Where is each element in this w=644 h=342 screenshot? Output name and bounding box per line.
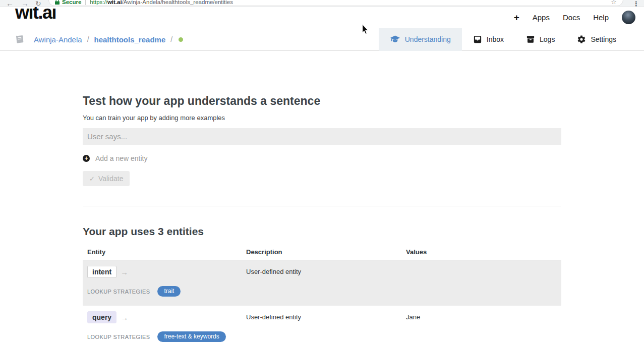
entities-heading: Your app uses 3 entities xyxy=(83,225,561,238)
tab-settings[interactable]: Settings xyxy=(566,28,627,51)
entity-chip[interactable]: query xyxy=(87,311,116,323)
graduation-cap-icon xyxy=(390,35,400,43)
add-entity-label: Add a new entity xyxy=(95,154,148,162)
tab-understanding[interactable]: Understanding xyxy=(379,28,462,51)
add-entity-control[interactable]: + Add a new entity xyxy=(83,154,561,162)
tab-bar: Understanding Inbox Logs Settings xyxy=(379,28,627,51)
breadcrumb: Awinja-Andela / healthtools_readme / xyxy=(15,28,183,51)
entity-chip[interactable]: intent xyxy=(87,266,116,278)
strategy-badge: trait xyxy=(157,286,181,297)
tab-label: Logs xyxy=(540,35,555,43)
user-avatar[interactable] xyxy=(622,11,635,24)
lookup-strategies: LOOKUP STRATEGIES free-text & keywords xyxy=(87,331,226,342)
tab-label: Inbox xyxy=(487,35,504,43)
browser-url-bar[interactable]: Secure https://wit.ai/Awinja-Andela/heal… xyxy=(48,0,623,6)
breadcrumb-separator: / xyxy=(87,35,89,43)
nav-docs[interactable]: Docs xyxy=(563,13,580,22)
header-nav: + Apps Docs Help xyxy=(514,7,635,28)
entity-chip-line: query → xyxy=(87,311,128,323)
browser-reload-icon[interactable]: ↻ xyxy=(35,0,41,7)
user-says-input[interactable] xyxy=(83,128,561,145)
section-divider xyxy=(83,206,561,206)
inbox-icon xyxy=(473,35,482,44)
browser-forward-icon[interactable]: → xyxy=(21,0,29,7)
url-text: https://wit.ai/Awinja-Andela/healthtools… xyxy=(90,0,233,5)
gear-icon xyxy=(577,35,586,44)
entity-row-query: query → User-defined entity Jane LOOKUP … xyxy=(83,306,561,342)
entity-chip-line: intent → xyxy=(87,266,128,278)
breadcrumb-separator: / xyxy=(170,35,172,43)
entity-description: User-defined entity xyxy=(246,268,301,275)
browser-menu-icon[interactable]: ⋮ xyxy=(633,1,639,7)
entity-row-intent: intent → User-defined entity LOOKUP STRA… xyxy=(83,260,561,306)
lookup-strategies-label: LOOKUP STRATEGIES xyxy=(87,334,150,340)
app-book-icon xyxy=(15,34,25,45)
breadcrumb-owner-link[interactable]: Awinja-Andela xyxy=(34,35,82,44)
arrow-right-icon: → xyxy=(121,268,128,276)
site-header: wit.ai + Apps Docs Help xyxy=(0,7,644,28)
column-header-entity: Entity xyxy=(87,248,105,256)
validate-button[interactable]: ✓ Validate xyxy=(83,171,130,186)
logs-archive-icon xyxy=(526,35,535,44)
url-domain: wit.ai xyxy=(107,0,122,5)
strategy-badge: free-text & keywords xyxy=(157,331,225,342)
breadcrumb-app-link[interactable]: healthtools_readme xyxy=(94,35,166,44)
secure-label: Secure xyxy=(62,0,81,5)
bookmark-star-icon[interactable]: ☆ xyxy=(611,0,617,5)
entity-values: Jane xyxy=(406,313,420,321)
app-status-dot xyxy=(179,37,183,42)
lookup-strategies: LOOKUP STRATEGIES trait xyxy=(87,286,181,297)
column-header-values: Values xyxy=(406,248,427,256)
breadcrumb-bar: Awinja-Andela / healthtools_readme / Und… xyxy=(0,28,644,51)
url-divider xyxy=(85,0,86,5)
new-app-plus-icon[interactable]: + xyxy=(514,13,519,22)
check-icon: ✓ xyxy=(89,175,95,183)
tab-label: Settings xyxy=(591,35,616,43)
nav-apps[interactable]: Apps xyxy=(533,13,550,22)
page-title: Test how your app understands a sentence xyxy=(83,95,561,107)
entities-table-header: Entity Description Values xyxy=(83,247,561,260)
url-path: /Awinja-Andela/healthtools_readme/entiti… xyxy=(122,0,233,5)
validate-label: Validate xyxy=(98,175,124,183)
main-content: Test how your app understands a sentence… xyxy=(83,51,561,342)
tab-inbox[interactable]: Inbox xyxy=(462,28,515,51)
plus-circle-icon: + xyxy=(83,155,90,162)
tab-logs[interactable]: Logs xyxy=(515,28,566,51)
wit-ai-logo[interactable]: wit.ai xyxy=(15,7,56,23)
lookup-strategies-label: LOOKUP STRATEGIES xyxy=(87,289,150,295)
entity-description: User-defined entity xyxy=(246,313,301,321)
tab-label: Understanding xyxy=(405,35,451,43)
nav-help[interactable]: Help xyxy=(593,13,609,22)
browser-toolbar: ← → ↻ Secure https://wit.ai/Awinja-Andel… xyxy=(0,0,644,7)
column-header-description: Description xyxy=(246,248,282,256)
page-subtitle: You can train your app by adding more ex… xyxy=(83,114,561,122)
padlock-icon xyxy=(55,0,60,5)
arrow-right-icon: → xyxy=(121,313,128,322)
url-scheme: https:// xyxy=(90,0,107,5)
browser-back-icon[interactable]: ← xyxy=(6,0,14,7)
